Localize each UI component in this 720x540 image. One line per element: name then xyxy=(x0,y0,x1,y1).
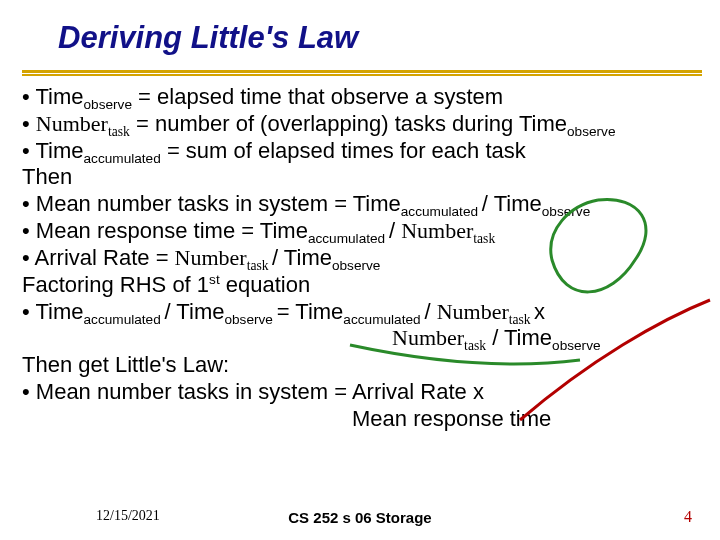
slide-title: Deriving Little's Law xyxy=(58,20,358,56)
bullet-time-accum: • Timeaccumulated = sum of elapsed times… xyxy=(22,138,708,165)
bullet-factored: • Timeaccumulated / Timeobserve = Timeac… xyxy=(22,299,708,326)
text-then-littles: Then get Little's Law: xyxy=(22,352,708,379)
title-underline xyxy=(22,70,702,76)
bullet-time-observe: • Timeobserve = elapsed time that observ… xyxy=(22,84,708,111)
footer-center: CS 252 s 06 Storage xyxy=(0,509,720,526)
slide: Deriving Little's Law • Timeobserve = el… xyxy=(0,0,720,540)
bullet-mean-number: • Mean number tasks in system = Timeaccu… xyxy=(22,191,708,218)
bullet-mean-response: • Mean response time = Timeaccumulated /… xyxy=(22,218,708,245)
bullet-littles-law: • Mean number tasks in system = Arrival … xyxy=(22,379,708,406)
footer-page-number: 4 xyxy=(684,508,692,526)
bullet-number-task: • Numbertask = number of (overlapping) t… xyxy=(22,111,708,138)
slide-body: • Timeobserve = elapsed time that observ… xyxy=(22,84,708,433)
bullet-arrival-rate: • Arrival Rate = Numbertask / Timeobserv… xyxy=(22,245,708,272)
bullet-factored-cont: Numbertask / Timeobserve xyxy=(22,325,708,352)
text-then: Then xyxy=(22,164,708,191)
bullet-littles-law-cont: Mean response time xyxy=(22,406,708,433)
text-factoring: Factoring RHS of 1st equation xyxy=(22,272,708,299)
